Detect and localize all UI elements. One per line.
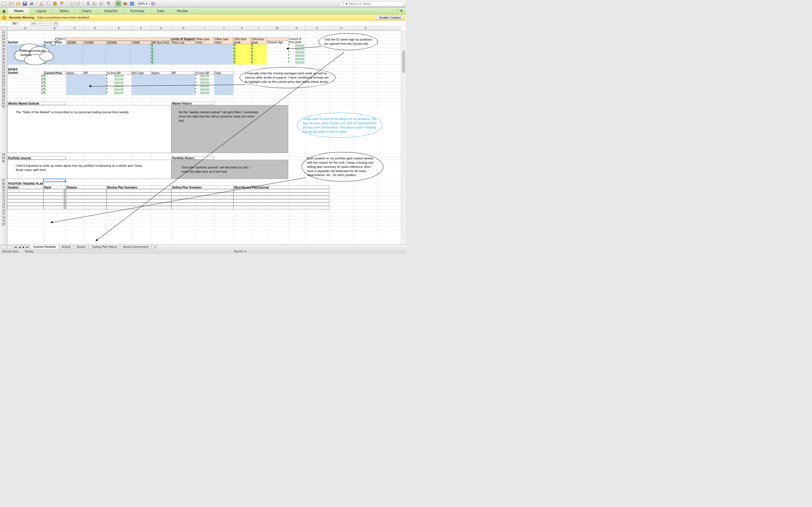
- first-sheet-icon[interactable]: ⏮: [14, 245, 18, 249]
- cell[interactable]: 21DMA: [84, 41, 107, 44]
- redo-icon[interactable]: [75, 1, 81, 6]
- cell[interactable]: [171, 48, 195, 51]
- sheet-tabs[interactable]: Current Portfolio Activity Quotes Tradin…: [30, 245, 157, 249]
- formula-input[interactable]: [58, 20, 406, 26]
- cell[interactable]: $ -: [251, 58, 267, 61]
- paren-icon[interactable]: (: [48, 21, 52, 25]
- paste-icon[interactable]: [52, 1, 58, 6]
- cell[interactable]: [132, 92, 151, 95]
- cell[interactable]: -: [132, 61, 151, 64]
- cell[interactable]: [84, 88, 107, 92]
- sheet-tab-current-portfolio[interactable]: Current Portfolio: [30, 245, 59, 249]
- cell[interactable]: [171, 88, 195, 92]
- cell[interactable]: 0: [7, 81, 43, 85]
- cell[interactable]: #DIV/0!: [195, 92, 214, 95]
- cell[interactable]: [214, 44, 234, 48]
- cell[interactable]: [107, 196, 171, 199]
- cell[interactable]: -: [132, 51, 151, 54]
- cell[interactable]: Market History: [171, 102, 214, 105]
- cell[interactable]: As the "weekly market outlook" cell gets…: [171, 105, 267, 153]
- cell[interactable]: $ -: [251, 51, 267, 54]
- accept-formula-icon[interactable]: ✓: [43, 21, 47, 25]
- cell[interactable]: [171, 51, 195, 54]
- cell[interactable]: -: [84, 54, 107, 58]
- name-box[interactable]: B67: [0, 20, 31, 26]
- cell[interactable]: [234, 189, 329, 192]
- cell[interactable]: #DIV/0!: [288, 58, 305, 61]
- cell[interactable]: [132, 78, 151, 81]
- sheet-tab-needs-improvement[interactable]: Needs Improvement: [120, 245, 151, 249]
- ribbon-gear-icon[interactable]: ✲: [400, 9, 403, 13]
- cell[interactable]: -: [107, 51, 132, 54]
- ribbon-tab-charts[interactable]: Charts: [75, 8, 98, 14]
- cell[interactable]: [7, 189, 43, 192]
- cell[interactable]: Symbol: [7, 186, 43, 189]
- cell[interactable]: [66, 88, 84, 92]
- cell[interactable]: [84, 92, 107, 95]
- cell[interactable]: -: [132, 44, 151, 48]
- new-icon[interactable]: [2, 1, 7, 6]
- cell[interactable]: [171, 75, 195, 78]
- cell[interactable]: [7, 203, 43, 206]
- cell[interactable]: Date: [214, 71, 234, 75]
- cell[interactable]: $ -: [43, 75, 66, 78]
- ribbon-collapse-icon[interactable]: ˄: [397, 9, 398, 13]
- cell[interactable]: [132, 88, 151, 92]
- cell[interactable]: [214, 81, 234, 85]
- cell[interactable]: [214, 85, 234, 88]
- cell[interactable]: [151, 78, 171, 81]
- cell[interactable]: [214, 54, 234, 58]
- cell[interactable]: 0: [7, 92, 43, 95]
- cell[interactable]: 0: [43, 203, 66, 206]
- cell[interactable]: [66, 192, 107, 196]
- ribbon-tab-smartart[interactable]: SmartArt: [98, 8, 124, 14]
- cell[interactable]: Rank: [43, 186, 66, 189]
- cell[interactable]: Most Recent Plan/Journal: [234, 186, 329, 189]
- cell[interactable]: % from BP: [107, 71, 132, 75]
- ribbon-tab-home[interactable]: Home: [8, 8, 30, 14]
- cell[interactable]: #DIV/0!: [195, 78, 214, 81]
- cell[interactable]: [66, 85, 84, 88]
- cell[interactable]: Buying Plan Summary: [107, 186, 171, 189]
- cell[interactable]: -: [66, 44, 84, 48]
- cell[interactable]: #DIV/0!: [195, 81, 214, 85]
- cell[interactable]: #DIV/0!: [288, 51, 305, 54]
- cell[interactable]: $ -: [251, 61, 267, 64]
- cell[interactable]: 0: [43, 206, 66, 209]
- enable-content-button[interactable]: Enable Content: [376, 15, 404, 20]
- cell[interactable]: [195, 61, 214, 64]
- cell[interactable]: $ -: [234, 44, 251, 48]
- cell[interactable]: [214, 61, 234, 64]
- cell[interactable]: 11/10/12: [43, 38, 66, 41]
- cell[interactable]: 0: [43, 192, 66, 196]
- cell[interactable]: % from BP: [195, 71, 214, 75]
- cell[interactable]: $ -: [43, 92, 66, 95]
- cell[interactable]: POSITION TRADING PLAN: [7, 182, 84, 186]
- cell[interactable]: [214, 92, 234, 95]
- cell[interactable]: [171, 192, 234, 196]
- cell[interactable]: B/O Date: [132, 71, 151, 75]
- cell[interactable]: #DIV/0!: [107, 78, 132, 81]
- cell[interactable]: -: [84, 61, 107, 64]
- cell[interactable]: [132, 81, 151, 85]
- cell[interactable]: -: [107, 54, 132, 58]
- cell[interactable]: BP: [171, 71, 195, 75]
- cell[interactable]: [267, 48, 288, 51]
- select-all-corner[interactable]: [0, 26, 7, 31]
- help-icon[interactable]: ?: [150, 1, 156, 6]
- status-sum[interactable]: Sum=0▾: [234, 250, 246, 253]
- cell[interactable]: [234, 206, 329, 209]
- cell[interactable]: $ -: [151, 58, 171, 61]
- cell[interactable]: [66, 78, 84, 81]
- cell[interactable]: $ -: [251, 44, 267, 48]
- format-painter-icon[interactable]: [59, 1, 64, 6]
- cell[interactable]: [195, 51, 214, 54]
- cell[interactable]: $ -: [151, 61, 171, 64]
- cell[interactable]: #DIV/0!: [288, 54, 305, 58]
- cell[interactable]: -: [66, 51, 84, 54]
- cell[interactable]: 10WK: [132, 41, 151, 44]
- sheet-tab-activity[interactable]: Activity: [59, 245, 74, 249]
- cell[interactable]: Other (see note): [214, 38, 234, 44]
- cell[interactable]: 50DMA: [107, 41, 132, 44]
- ribbon-tab-formulas[interactable]: Formulas: [124, 8, 151, 14]
